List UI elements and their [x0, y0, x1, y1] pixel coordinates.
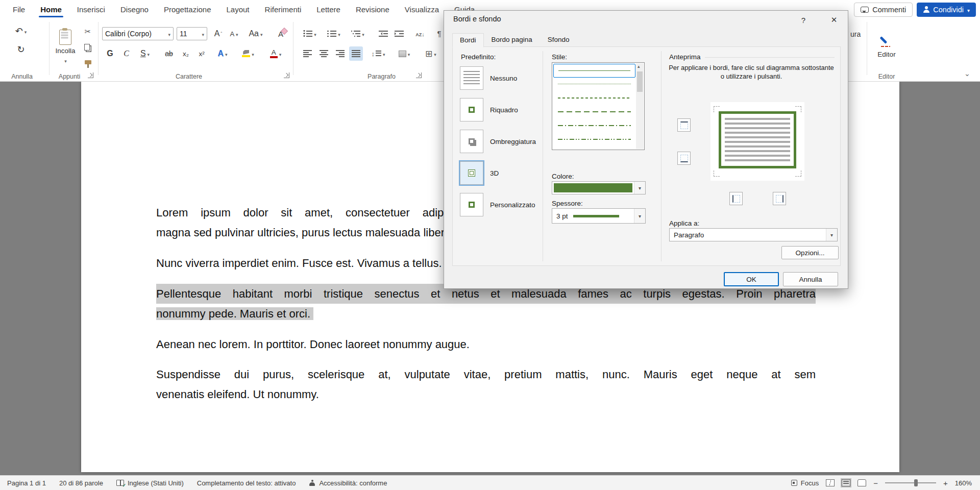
justify-button[interactable]: [349, 46, 363, 61]
copy-button[interactable]: [80, 40, 95, 54]
grow-font-button[interactable]: Aˆ: [211, 27, 226, 40]
style-option-dash-dot-dot[interactable]: [553, 133, 635, 146]
tab-revisione[interactable]: Revisione: [348, 0, 397, 19]
preset-riquadro[interactable]: Riquadro: [460, 98, 518, 121]
style-list[interactable]: [552, 62, 645, 150]
dialog-tab-bordo-pagina[interactable]: Bordo pagina: [484, 33, 540, 47]
paragraph-dialog-launcher[interactable]: [416, 72, 422, 78]
align-right-button[interactable]: [333, 46, 347, 61]
numbering-button[interactable]: [323, 27, 345, 40]
style-option-dotted[interactable]: [553, 78, 635, 91]
style-option-dash-dot[interactable]: [553, 119, 635, 133]
comments-button[interactable]: Commenti: [854, 3, 913, 17]
word-count[interactable]: 20 di 86 parole: [59, 479, 103, 487]
paste-button[interactable]: Incolla: [53, 23, 78, 71]
tab-inserisci[interactable]: Inserisci: [69, 0, 113, 19]
tab-visualizza[interactable]: Visualizza: [397, 0, 447, 19]
ok-button[interactable]: OK: [724, 272, 779, 286]
tab-file[interactable]: File: [5, 0, 33, 19]
style-option-solid[interactable]: [553, 64, 635, 78]
page-indicator[interactable]: Pagina 1 di 1: [7, 479, 46, 487]
proofing-status[interactable]: Inglese (Stati Uniti): [116, 479, 184, 487]
font-name-select[interactable]: Calibri (Corpo): [102, 27, 174, 40]
dialog-tab-sfondo[interactable]: Sfondo: [540, 33, 577, 47]
clipboard-dialog-launcher[interactable]: [88, 72, 93, 78]
print-layout-button[interactable]: [842, 479, 850, 486]
superscript-button[interactable]: x²: [194, 46, 209, 61]
decrease-indent-button[interactable]: [376, 27, 390, 40]
borders-button[interactable]: [420, 46, 442, 61]
editor-button[interactable]: Editor: [871, 23, 902, 70]
zoom-in-button[interactable]: +: [943, 479, 948, 487]
zoom-out-button[interactable]: −: [873, 479, 878, 487]
tab-riferimenti[interactable]: Riferimenti: [257, 0, 309, 19]
style-option-dashed[interactable]: [553, 105, 635, 119]
highlight-color-button[interactable]: [237, 46, 259, 61]
read-mode-icon: [826, 479, 835, 486]
change-case-button[interactable]: Aa: [245, 27, 266, 40]
color-swatch-green: [554, 183, 632, 192]
tab-layout[interactable]: Layout: [219, 0, 257, 19]
close-button[interactable]: ✕: [826, 14, 842, 26]
bold-button[interactable]: G: [103, 46, 117, 61]
subscript-button[interactable]: x₂: [179, 46, 193, 61]
zoom-slider-thumb[interactable]: [914, 479, 918, 486]
border-top-toggle-button[interactable]: [677, 118, 691, 132]
help-button[interactable]: ?: [796, 14, 811, 26]
chevron-down-icon: [279, 49, 282, 58]
style-list-scrollbar[interactable]: [636, 63, 644, 149]
color-select[interactable]: [552, 181, 646, 194]
align-left-button[interactable]: [301, 46, 314, 61]
border-bottom-toggle-button[interactable]: [677, 152, 691, 165]
font-group-label: Carattere: [158, 73, 219, 80]
clear-formatting-button[interactable]: A: [273, 27, 289, 40]
shading-button[interactable]: [393, 46, 415, 61]
shrink-font-button[interactable]: A: [227, 27, 241, 40]
border-left-toggle-button[interactable]: [729, 192, 743, 205]
font-color-button[interactable]: A: [265, 46, 286, 61]
preset-ombreggiatura[interactable]: Ombreggiatura: [460, 130, 536, 153]
undo-button[interactable]: [11, 23, 31, 39]
tab-progettazione[interactable]: Progettazione: [156, 0, 219, 19]
tab-home[interactable]: Home: [33, 0, 69, 19]
style-option-dashed-small[interactable]: [553, 91, 635, 105]
format-painter-button[interactable]: [80, 56, 95, 69]
collapse-ribbon-button[interactable]: [962, 68, 973, 79]
sort-button[interactable]: [411, 27, 429, 40]
accessibility-status[interactable]: Accessibilità: conforme: [309, 479, 387, 487]
align-center-button[interactable]: [317, 46, 331, 61]
share-button[interactable]: Condividi: [917, 3, 976, 17]
shrink-font-letter: A: [230, 30, 234, 38]
text-effects-button[interactable]: A: [212, 46, 233, 61]
web-layout-button[interactable]: [857, 479, 866, 486]
tab-lettere[interactable]: Lettere: [309, 0, 348, 19]
dialog-tab-bordi[interactable]: Bordi: [452, 33, 484, 47]
increase-indent-button[interactable]: [391, 27, 406, 40]
preset-nessuno[interactable]: Nessuno: [460, 66, 517, 90]
bullets-button[interactable]: [299, 27, 321, 40]
read-mode-button[interactable]: [826, 479, 835, 486]
cancel-button[interactable]: Annulla: [783, 272, 838, 286]
zoom-level[interactable]: 160%: [955, 479, 972, 487]
font-dialog-launcher[interactable]: [284, 72, 289, 78]
width-value: 3 pt: [552, 212, 568, 220]
tab-disegno[interactable]: Disegno: [113, 0, 156, 19]
redo-button[interactable]: [11, 41, 31, 58]
italic-button[interactable]: C: [119, 46, 133, 61]
strikethrough-button[interactable]: ab: [161, 46, 177, 61]
preset-personalizzato[interactable]: Personalizzato: [460, 193, 535, 216]
width-select[interactable]: 3 pt: [552, 208, 646, 224]
zoom-slider[interactable]: [885, 482, 936, 483]
font-size-select[interactable]: 11: [177, 27, 207, 40]
options-button[interactable]: Opzioni...: [781, 246, 839, 259]
preset-3d[interactable]: 3D: [460, 161, 499, 185]
multilevel-list-button[interactable]: [347, 27, 369, 40]
apply-to-select[interactable]: Paragrafo: [669, 228, 838, 241]
underline-button[interactable]: S: [135, 46, 155, 61]
border-right-toggle-button[interactable]: [773, 192, 786, 205]
border-preview-diagram[interactable]: [710, 102, 804, 181]
focus-mode-button[interactable]: Focus: [791, 479, 819, 487]
line-spacing-button[interactable]: [367, 46, 389, 61]
text-completion-status[interactable]: Completamento del testo: attivato: [197, 479, 296, 487]
cut-button[interactable]: [80, 25, 95, 38]
